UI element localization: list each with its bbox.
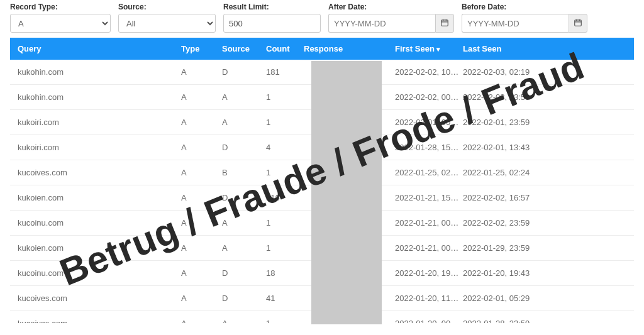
result-limit-group: Result Limit: <box>223 3 321 33</box>
before-date-input[interactable] <box>462 14 569 33</box>
after-date-input[interactable] <box>328 14 435 33</box>
cell-first-seen: 2022-01-28, 15:06 <box>395 143 463 152</box>
col-type[interactable]: Type <box>181 44 222 53</box>
before-date-group: Before Date: <box>462 3 587 33</box>
cell-type: A <box>181 268 222 278</box>
col-source[interactable]: Source <box>222 44 266 53</box>
cell-last-seen: 2022-01-29, 23:59 <box>463 243 564 253</box>
cell-count: 1 <box>266 218 304 228</box>
cell-count: 1 <box>266 168 304 177</box>
record-type-label: Record Type: <box>10 3 111 11</box>
cell-last-seen: 2022-01-28, 23:59 <box>463 319 564 323</box>
cell-source: D <box>222 193 266 202</box>
table-row[interactable]: kucoinu.comAA12022-01-21, 00:002022-02-0… <box>10 211 634 236</box>
cell-first-seen: 2022-02-02, 00:00 <box>395 92 463 102</box>
col-response[interactable]: Response <box>304 44 395 53</box>
before-date-calendar-button[interactable] <box>569 14 587 33</box>
cell-type: A <box>181 218 222 228</box>
cell-query: kukoien.com <box>18 193 181 202</box>
table-row[interactable]: kucoives.comAB12022-01-25, 02:242022-01-… <box>10 160 634 185</box>
cell-type: A <box>181 168 222 177</box>
calendar-icon <box>574 18 582 29</box>
cell-query: kukoiri.com <box>18 143 181 152</box>
calendar-icon <box>440 18 449 29</box>
cell-last-seen: 2022-02-01, 23:59 <box>463 118 564 127</box>
table-row[interactable]: kukohin.comAA12022-02-02, 00:002022-02-0… <box>10 85 634 110</box>
cell-type: A <box>181 67 222 77</box>
cell-query: kucoinu.com <box>18 268 181 278</box>
cell-type: A <box>181 243 222 253</box>
cell-last-seen: 2022-02-01, 05:29 <box>463 294 564 303</box>
cell-first-seen: 2022-01-21, 15:03 <box>395 193 463 202</box>
cell-first-seen: 2022-01-20, 11:47 <box>395 294 463 303</box>
cell-source: D <box>222 294 266 303</box>
cell-count: 316 <box>266 193 304 202</box>
col-last-seen[interactable]: Last Seen <box>463 44 564 53</box>
svg-rect-1 <box>575 19 582 25</box>
cell-last-seen: 2022-01-20, 19:43 <box>463 268 564 278</box>
cell-first-seen: 2022-01-20, 19:31 <box>395 268 463 278</box>
cell-last-seen: 2022-01-25, 02:24 <box>463 168 564 177</box>
cell-source: A <box>222 218 266 228</box>
cell-count: 1 <box>266 243 304 253</box>
cell-type: A <box>181 118 222 127</box>
cell-first-seen: 2022-01-21, 00:00 <box>395 243 463 253</box>
cell-count: 41 <box>266 294 304 303</box>
cell-type: A <box>181 294 222 303</box>
cell-query: kucoinu.com <box>18 218 181 228</box>
cell-source: D <box>222 143 266 152</box>
cell-type: A <box>181 143 222 152</box>
table-row[interactable]: kucoives.comAD412022-01-20, 11:472022-02… <box>10 286 634 311</box>
table-row[interactable]: kucoinu.comAD182022-01-20, 19:312022-01-… <box>10 261 634 286</box>
table-row[interactable]: kukoiri.comAD42022-01-28, 15:062022-02-0… <box>10 135 634 160</box>
record-type-group: Record Type: A <box>10 3 111 33</box>
source-group: Source: All <box>118 3 216 33</box>
table-row[interactable]: kukoien.comAD3162022-01-21, 15:032022-02… <box>10 185 634 211</box>
cell-query: kucoives.com <box>18 319 181 323</box>
after-date-group: After Date: <box>328 3 454 33</box>
filters-bar: Record Type: A Source: All Result Limit:… <box>10 3 634 33</box>
record-type-select[interactable]: A <box>10 14 111 33</box>
cell-source: A <box>222 319 266 323</box>
cell-last-seen: 2022-02-01, 13:43 <box>463 143 564 152</box>
cell-query: kukohin.com <box>18 92 181 102</box>
cell-count: 181 <box>266 67 304 77</box>
table-row[interactable]: kukohin.comAD1812022-02-02, 10:182022-02… <box>10 60 634 85</box>
col-count[interactable]: Count <box>266 44 304 53</box>
cell-count: 1 <box>266 118 304 127</box>
cell-source: A <box>222 118 266 127</box>
cell-source: A <box>222 92 266 102</box>
cell-query: kucoives.com <box>18 294 181 303</box>
cell-query: kukoien.com <box>18 243 181 253</box>
cell-query: kukoiri.com <box>18 118 181 127</box>
table-row[interactable]: kukoien.comAA12022-01-21, 00:002022-01-2… <box>10 236 634 261</box>
table-header: Query Type Source Count Response First S… <box>10 38 634 60</box>
table-body[interactable]: kukohin.comAD1812022-02-02, 10:182022-02… <box>10 60 634 323</box>
svg-rect-0 <box>441 19 448 25</box>
cell-last-seen: 2022-02-03, 23:59 <box>463 92 564 102</box>
cell-last-seen: 2022-02-03, 02:19 <box>463 67 564 77</box>
table-row[interactable]: kucoives.comAA12022-01-20, 00:002022-01-… <box>10 311 634 323</box>
cell-count: 4 <box>266 143 304 152</box>
cell-first-seen: 2022-01-25, 02:24 <box>395 168 463 177</box>
result-limit-label: Result Limit: <box>223 3 321 11</box>
cell-query: kukohin.com <box>18 67 181 77</box>
cell-first-seen: 2022-01-21, 00:00 <box>395 218 463 228</box>
after-date-calendar-button[interactable] <box>435 14 454 33</box>
col-query[interactable]: Query <box>18 44 181 53</box>
cell-type: A <box>181 193 222 202</box>
result-limit-input[interactable] <box>223 14 321 33</box>
cell-source: D <box>222 268 266 278</box>
cell-count: 18 <box>266 268 304 278</box>
source-label: Source: <box>118 3 216 11</box>
col-first-seen[interactable]: First Seen <box>395 44 463 53</box>
cell-first-seen: 2022-01-20, 00:00 <box>395 319 463 323</box>
results-table: Query Type Source Count Response First S… <box>10 38 634 324</box>
cell-source: D <box>222 67 266 77</box>
cell-type: A <box>181 319 222 323</box>
before-date-label: Before Date: <box>462 3 587 11</box>
table-row[interactable]: kukoiri.comAA12022-02-01, 00:002022-02-0… <box>10 110 634 135</box>
cell-source: A <box>222 243 266 253</box>
source-select[interactable]: All <box>118 14 216 33</box>
cell-last-seen: 2022-02-02, 23:59 <box>463 218 564 228</box>
